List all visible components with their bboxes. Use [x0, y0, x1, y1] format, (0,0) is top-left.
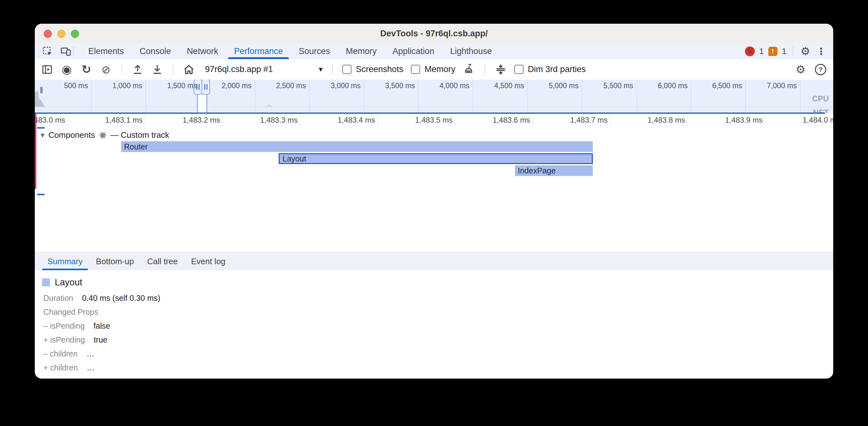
track-title: Components — [49, 130, 95, 140]
traffic-lights — [44, 30, 79, 38]
collapse-icon[interactable] — [495, 64, 507, 75]
expander-triangle-icon[interactable]: ▼ — [40, 132, 44, 138]
ruler-tick-label: 1,483.1 ms — [92, 116, 143, 125]
tabbar-left-icons — [42, 45, 71, 57]
issue-count: 1 — [782, 46, 786, 56]
ruler-tick-label: 1,483.3 ms — [247, 116, 298, 125]
ruler-tick-label: 1,483.4 ms — [324, 116, 375, 125]
ruler-tick-label: 1,483.7 ms — [557, 116, 608, 125]
close-window-button[interactable] — [44, 30, 52, 38]
flame-event-indexpage[interactable]: IndexPage — [515, 165, 593, 176]
overview-tick-line — [309, 79, 310, 113]
summary-row-changed-props: Changed Props — [43, 305, 824, 319]
tabbar-right-divider — [793, 46, 793, 56]
timeline-overview[interactable]: CPU NET 500 ms1,000 ms1,500 ms2,000 ms2,… — [35, 79, 833, 113]
details-tab-bottom-up[interactable]: Bottom-up — [89, 252, 141, 270]
error-count-badge[interactable]: × — [745, 46, 755, 56]
minimize-window-button[interactable] — [57, 30, 65, 38]
inspect-element-icon[interactable] — [42, 45, 53, 57]
ruler-tick-label: 1,483.9 ms — [712, 116, 763, 125]
net-lane-label: NET — [813, 108, 829, 113]
device-toolbar-icon[interactable] — [60, 45, 71, 57]
tab-performance[interactable]: Performance — [226, 43, 291, 59]
screenshots-checkbox[interactable]: Screenshots — [342, 64, 403, 74]
summary-panel: Layout Duration0.40 ms (self 0.30 ms)Cha… — [35, 270, 833, 379]
flame-event-router[interactable]: Router — [121, 141, 593, 152]
overview-tick-label: 1,500 ms — [147, 81, 197, 90]
tab-memory[interactable]: Memory — [338, 43, 385, 59]
overview-tick-label: 4,000 ms — [419, 81, 469, 90]
issues-badge[interactable]: ! — [768, 47, 778, 56]
cpu-activity-chart — [35, 90, 45, 107]
screenshot-stage: DevTools - 97r6ql.csb.app/ ElementsConso… — [0, 0, 868, 426]
detail-time-ruler: 1,483.0 ms1,483.1 ms1,483.2 ms1,483.3 ms… — [35, 114, 833, 127]
overview-tick-label: 5,000 ms — [528, 81, 579, 90]
memory-checkbox[interactable]: Memory — [411, 64, 456, 74]
save-profile-icon[interactable] — [151, 64, 163, 75]
tab-network[interactable]: Network — [179, 43, 226, 59]
screenshots-checkbox-box[interactable] — [342, 65, 351, 74]
summary-row--ispending: + isPendingtrue — [43, 333, 824, 347]
record-button[interactable]: ◉ — [61, 64, 73, 75]
record-and-reload-button[interactable]: ↻ — [80, 64, 92, 75]
overview-tick-label: 500 ms — [37, 81, 88, 90]
overview-tick-line — [473, 79, 473, 113]
overview-tick-label: 1,000 ms — [92, 81, 142, 90]
ruler-tick-label: 1,484.0 ms — [789, 116, 833, 125]
dim-3rd-parties-checkbox-box[interactable] — [514, 65, 524, 74]
components-track-header[interactable]: ▼ Components — Custom track — [40, 130, 169, 140]
flame-chart[interactable]: ▼ Components — Custom track RouterLayout… — [35, 126, 833, 252]
cpu-lane-label: CPU — [812, 94, 829, 103]
overview-tick-label: 7,000 ms — [746, 81, 797, 90]
overview-separator — [35, 107, 833, 107]
load-profile-icon[interactable] — [132, 64, 144, 75]
capture-settings-gear-icon[interactable]: ⚙ — [795, 64, 807, 75]
details-tab-event-log[interactable]: Event log — [184, 252, 232, 270]
summary-row-value: … — [87, 361, 95, 374]
overview-tick-label: 3,500 ms — [364, 81, 415, 90]
summary-row-label: + isPending — [43, 333, 85, 347]
collect-garbage-icon[interactable] — [463, 64, 475, 75]
chevron-down-icon: ▼ — [319, 66, 323, 72]
ruler-tick-label: 1,483.2 ms — [169, 116, 220, 125]
summary-row-value: … — [86, 347, 94, 361]
details-tabbar: SummaryBottom-upCall treeEvent log — [35, 252, 833, 271]
tab-console[interactable]: Console — [132, 43, 179, 59]
event-color-swatch — [42, 278, 50, 286]
ruler-tick-label: 1,483.6 ms — [479, 116, 530, 125]
overview-tick-line — [582, 79, 582, 113]
flame-event-layout[interactable]: Layout — [279, 153, 593, 164]
details-tab-summary[interactable]: Summary — [41, 252, 89, 270]
dim-3rd-parties-checkbox[interactable]: Dim 3rd parties — [514, 64, 586, 74]
kebab-menu-icon[interactable]: ⋮ — [815, 45, 827, 57]
help-icon[interactable]: ? — [815, 64, 826, 75]
summary-event-name: Layout — [55, 277, 82, 288]
error-count: 1 — [759, 46, 764, 56]
clear-button[interactable]: ⊘ — [100, 64, 112, 75]
home-icon[interactable] — [183, 64, 195, 75]
tab-elements[interactable]: Elements — [80, 43, 132, 59]
overview-tick-label: 4,500 ms — [473, 81, 524, 90]
tab-sources[interactable]: Sources — [291, 43, 338, 59]
memory-checkbox-box[interactable] — [411, 65, 420, 74]
memory-checkbox-label: Memory — [425, 64, 456, 74]
summary-row-value: 0.40 ms (self 0.30 ms) — [82, 291, 160, 305]
dim-3rd-parties-label: Dim 3rd parties — [528, 64, 586, 74]
summary-row-label: – isPending — [43, 319, 85, 333]
react-atom-icon — [99, 131, 106, 139]
details-tab-call-tree[interactable]: Call tree — [141, 252, 184, 270]
profile-select[interactable]: 97r6ql.csb.app #1 ▼ — [205, 64, 323, 74]
summary-rows: Duration0.40 ms (self 0.30 ms)Changed Pr… — [43, 291, 824, 374]
devtools-window: DevTools - 97r6ql.csb.app/ ElementsConso… — [35, 24, 833, 379]
tab-application[interactable]: Application — [385, 43, 442, 59]
overview-tick-label: 2,500 ms — [255, 81, 306, 90]
settings-gear-icon[interactable]: ⚙ — [800, 45, 811, 57]
zoom-window-button[interactable] — [71, 30, 79, 38]
summary-row-label: Duration — [43, 291, 73, 305]
track-marker-line — [35, 114, 36, 189]
toolbar-divider — [485, 65, 485, 74]
toggle-sidebar-icon[interactable] — [41, 64, 53, 75]
tab-lighthouse[interactable]: Lighthouse — [442, 43, 500, 59]
overview-tick-line — [146, 79, 146, 113]
summary-row-label: Changed Props — [43, 305, 98, 319]
